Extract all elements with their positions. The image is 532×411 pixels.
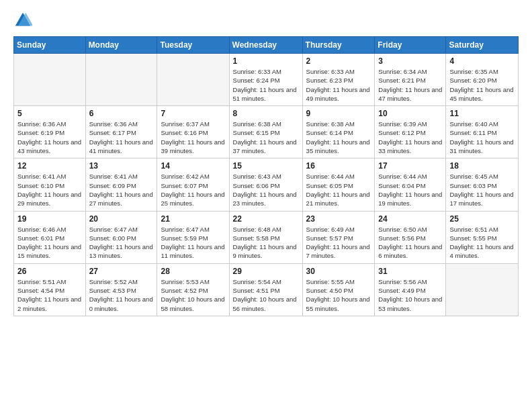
calendar-cell: 24Sunrise: 6:50 AM Sunset: 5:56 PM Dayli…: [375, 211, 446, 263]
calendar-cell: 2Sunrise: 6:33 AM Sunset: 6:23 PM Daylig…: [302, 54, 375, 106]
day-number: 23: [306, 214, 371, 224]
day-number: 26: [17, 267, 82, 276]
calendar-cell: 1Sunrise: 6:33 AM Sunset: 6:24 PM Daylig…: [229, 54, 302, 106]
day-number: 11: [449, 109, 515, 118]
day-info: Sunrise: 6:44 AM Sunset: 6:05 PM Dayligh…: [306, 172, 371, 208]
day-info: Sunrise: 6:51 AM Sunset: 5:55 PM Dayligh…: [449, 225, 515, 261]
calendar-cell: 26Sunrise: 5:51 AM Sunset: 4:54 PM Dayli…: [14, 263, 86, 316]
day-info: Sunrise: 6:40 AM Sunset: 6:11 PM Dayligh…: [449, 120, 515, 155]
weekday-header: Tuesday: [157, 37, 229, 54]
day-info: Sunrise: 6:44 AM Sunset: 6:04 PM Dayligh…: [378, 172, 442, 208]
day-info: Sunrise: 6:36 AM Sunset: 6:17 PM Dayligh…: [89, 120, 154, 155]
calendar-cell: 29Sunrise: 5:54 AM Sunset: 4:51 PM Dayli…: [229, 263, 302, 316]
day-number: 31: [378, 267, 442, 276]
day-number: 3: [378, 56, 442, 66]
calendar-cell: 4Sunrise: 6:35 AM Sunset: 6:20 PM Daylig…: [446, 54, 519, 106]
day-info: Sunrise: 5:54 AM Sunset: 4:51 PM Dayligh…: [233, 277, 299, 313]
calendar-header-row: SundayMondayTuesdayWednesdayThursdayFrid…: [14, 37, 519, 54]
day-info: Sunrise: 6:37 AM Sunset: 6:16 PM Dayligh…: [161, 120, 225, 155]
calendar-cell: 15Sunrise: 6:43 AM Sunset: 6:06 PM Dayli…: [229, 158, 302, 211]
day-number: 15: [233, 161, 299, 171]
day-info: Sunrise: 6:50 AM Sunset: 5:56 PM Dayligh…: [378, 225, 442, 261]
logo-icon: [13, 11, 32, 30]
calendar-cell: 16Sunrise: 6:44 AM Sunset: 6:05 PM Dayli…: [302, 158, 375, 211]
day-number: 18: [449, 161, 515, 171]
calendar-cell: 14Sunrise: 6:42 AM Sunset: 6:07 PM Dayli…: [157, 158, 229, 211]
calendar-cell: 20Sunrise: 6:47 AM Sunset: 6:00 PM Dayli…: [85, 211, 157, 263]
day-number: 28: [161, 267, 225, 276]
day-number: 12: [17, 161, 82, 171]
calendar-table: SundayMondayTuesdayWednesdayThursdayFrid…: [13, 36, 519, 316]
weekday-header: Sunday: [14, 37, 86, 54]
day-info: Sunrise: 6:49 AM Sunset: 5:57 PM Dayligh…: [306, 225, 371, 261]
calendar-cell: 31Sunrise: 5:56 AM Sunset: 4:49 PM Dayli…: [375, 263, 446, 316]
day-number: 27: [89, 267, 154, 276]
calendar-week-row: 12Sunrise: 6:41 AM Sunset: 6:10 PM Dayli…: [14, 158, 519, 211]
day-info: Sunrise: 6:33 AM Sunset: 6:24 PM Dayligh…: [233, 67, 299, 103]
calendar-cell: 13Sunrise: 6:41 AM Sunset: 6:09 PM Dayli…: [85, 158, 157, 211]
day-number: 21: [161, 214, 225, 224]
day-number: 17: [378, 161, 442, 171]
calendar-week-row: 26Sunrise: 5:51 AM Sunset: 4:54 PM Dayli…: [14, 263, 519, 316]
day-number: 19: [17, 214, 82, 224]
day-number: 2: [306, 56, 371, 66]
day-number: 14: [161, 161, 225, 171]
calendar-cell: 22Sunrise: 6:48 AM Sunset: 5:58 PM Dayli…: [229, 211, 302, 263]
day-number: 4: [449, 56, 515, 66]
header: [13, 11, 519, 30]
calendar-cell: 6Sunrise: 6:36 AM Sunset: 6:17 PM Daylig…: [85, 106, 157, 158]
day-info: Sunrise: 6:46 AM Sunset: 6:01 PM Dayligh…: [17, 225, 82, 261]
day-number: 24: [378, 214, 442, 224]
calendar-cell: 21Sunrise: 6:47 AM Sunset: 5:59 PM Dayli…: [157, 211, 229, 263]
day-info: Sunrise: 6:45 AM Sunset: 6:03 PM Dayligh…: [449, 172, 515, 208]
calendar-cell: 19Sunrise: 6:46 AM Sunset: 6:01 PM Dayli…: [14, 211, 86, 263]
day-number: 25: [449, 214, 515, 224]
day-number: 8: [233, 109, 299, 118]
calendar-cell: 9Sunrise: 6:38 AM Sunset: 6:14 PM Daylig…: [302, 106, 375, 158]
calendar-cell: [85, 54, 157, 106]
calendar-cell: 23Sunrise: 6:49 AM Sunset: 5:57 PM Dayli…: [302, 211, 375, 263]
calendar-cell: [446, 263, 519, 316]
day-info: Sunrise: 5:53 AM Sunset: 4:52 PM Dayligh…: [161, 277, 225, 313]
calendar-week-row: 5Sunrise: 6:36 AM Sunset: 6:19 PM Daylig…: [14, 106, 519, 158]
day-info: Sunrise: 5:55 AM Sunset: 4:50 PM Dayligh…: [306, 277, 371, 313]
day-number: 5: [17, 109, 82, 118]
calendar-cell: 18Sunrise: 6:45 AM Sunset: 6:03 PM Dayli…: [446, 158, 519, 211]
page: SundayMondayTuesdayWednesdayThursdayFrid…: [0, 0, 532, 411]
day-number: 22: [233, 214, 299, 224]
day-info: Sunrise: 6:38 AM Sunset: 6:14 PM Dayligh…: [306, 120, 371, 155]
weekday-header: Friday: [375, 37, 446, 54]
day-info: Sunrise: 6:36 AM Sunset: 6:19 PM Dayligh…: [17, 120, 82, 155]
calendar-cell: [14, 54, 86, 106]
day-info: Sunrise: 6:42 AM Sunset: 6:07 PM Dayligh…: [161, 172, 225, 208]
calendar-cell: 12Sunrise: 6:41 AM Sunset: 6:10 PM Dayli…: [14, 158, 86, 211]
day-info: Sunrise: 6:47 AM Sunset: 6:00 PM Dayligh…: [89, 225, 154, 261]
day-info: Sunrise: 6:34 AM Sunset: 6:21 PM Dayligh…: [378, 67, 442, 103]
logo: [13, 11, 34, 30]
weekday-header: Wednesday: [229, 37, 302, 54]
calendar-cell: 3Sunrise: 6:34 AM Sunset: 6:21 PM Daylig…: [375, 54, 446, 106]
calendar-cell: 25Sunrise: 6:51 AM Sunset: 5:55 PM Dayli…: [446, 211, 519, 263]
day-number: 13: [89, 161, 154, 171]
day-info: Sunrise: 6:43 AM Sunset: 6:06 PM Dayligh…: [233, 172, 299, 208]
weekday-header: Saturday: [446, 37, 519, 54]
weekday-header: Thursday: [302, 37, 375, 54]
calendar-cell: 17Sunrise: 6:44 AM Sunset: 6:04 PM Dayli…: [375, 158, 446, 211]
day-info: Sunrise: 6:35 AM Sunset: 6:20 PM Dayligh…: [449, 67, 515, 103]
day-info: Sunrise: 6:38 AM Sunset: 6:15 PM Dayligh…: [233, 120, 299, 155]
calendar-week-row: 19Sunrise: 6:46 AM Sunset: 6:01 PM Dayli…: [14, 211, 519, 263]
day-info: Sunrise: 6:41 AM Sunset: 6:10 PM Dayligh…: [17, 172, 82, 208]
day-number: 29: [233, 267, 299, 276]
day-number: 1: [233, 56, 299, 66]
day-info: Sunrise: 6:39 AM Sunset: 6:12 PM Dayligh…: [378, 120, 442, 155]
calendar-cell: [157, 54, 229, 106]
calendar-cell: 30Sunrise: 5:55 AM Sunset: 4:50 PM Dayli…: [302, 263, 375, 316]
day-number: 20: [89, 214, 154, 224]
calendar-cell: 8Sunrise: 6:38 AM Sunset: 6:15 PM Daylig…: [229, 106, 302, 158]
day-info: Sunrise: 5:51 AM Sunset: 4:54 PM Dayligh…: [17, 277, 82, 313]
calendar-cell: 5Sunrise: 6:36 AM Sunset: 6:19 PM Daylig…: [14, 106, 86, 158]
day-info: Sunrise: 6:41 AM Sunset: 6:09 PM Dayligh…: [89, 172, 154, 208]
day-number: 9: [306, 109, 371, 118]
day-info: Sunrise: 5:56 AM Sunset: 4:49 PM Dayligh…: [378, 277, 442, 313]
day-number: 6: [89, 109, 154, 118]
